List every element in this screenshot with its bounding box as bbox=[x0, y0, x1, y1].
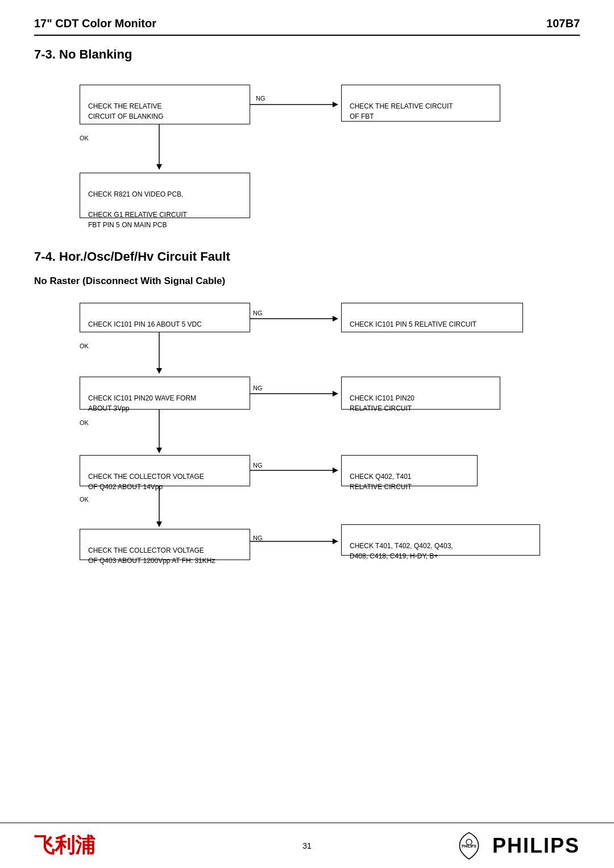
logo-philips: PHILIPS bbox=[492, 834, 580, 858]
ng-label-r1: NG bbox=[253, 310, 263, 316]
ok-label-r3: OK bbox=[80, 496, 89, 503]
raster-box2: CHECK IC101 PIN20 WAVE FORM ABOUT 3Vpp bbox=[80, 377, 250, 410]
section1-title: 7-3. No Blanking bbox=[34, 47, 580, 62]
flowchart-blanking: CHECK THE RELATIVE CIRCUIT OF BLANKING N… bbox=[34, 73, 580, 232]
flowchart-raster: CHECK IC101 PIN 16 ABOUT 5 VDC NG OK CHE… bbox=[34, 297, 580, 627]
ng-label-r2: NG bbox=[253, 385, 263, 391]
raster-rbox3: CHECK Q402, T401 RELATIVE CIRCUIT bbox=[341, 455, 478, 486]
page-number: 31 bbox=[302, 841, 312, 850]
svg-marker-5 bbox=[156, 368, 162, 374]
ok-label-r2: OK bbox=[80, 419, 89, 426]
raster-rbox1: CHECK IC101 PIN 5 RELATIVE CIRCUIT bbox=[341, 303, 523, 332]
raster-box4: CHECK THE COLLECTOR VOLTAGE OF Q403 ABOU… bbox=[80, 529, 250, 560]
ok-label-r1: OK bbox=[80, 343, 89, 349]
ng-label-r4: NG bbox=[253, 535, 263, 541]
ok-label-1: OK bbox=[80, 135, 89, 141]
svg-marker-17 bbox=[333, 539, 338, 544]
header-title: 17" CDT Color Monitor bbox=[34, 17, 156, 30]
logo-chinese: 飞利浦 bbox=[34, 832, 96, 859]
page-header: 17" CDT Color Monitor 107B7 bbox=[34, 17, 580, 36]
svg-marker-7 bbox=[156, 448, 162, 453]
page-footer: 飞利浦 31 PHILIPS PHILIPS bbox=[0, 823, 614, 868]
svg-marker-11 bbox=[333, 316, 338, 322]
raster-rbox2: CHECK IC101 PIN20 RELATIVE CIRCUIT bbox=[341, 377, 500, 410]
svg-marker-9 bbox=[156, 521, 162, 527]
ng-label-r3: NG bbox=[253, 462, 263, 469]
svg-marker-13 bbox=[333, 391, 338, 397]
header-model: 107B7 bbox=[546, 17, 580, 30]
ng-label-1: NG bbox=[256, 95, 265, 102]
svg-marker-3 bbox=[333, 102, 338, 107]
philips-shield-icon: PHILIPS bbox=[455, 832, 483, 860]
svg-marker-15 bbox=[333, 468, 338, 473]
blanking-box3: CHECK THE RELATIVE CIRCUIT OF FBT bbox=[341, 85, 500, 122]
svg-marker-1 bbox=[156, 164, 162, 170]
subsection-title: No Raster (Disconnect With Signal Cable) bbox=[34, 276, 580, 287]
blanking-box2: CHECK R821 ON VIDEO PCB, CHECK G1 RELATI… bbox=[80, 173, 250, 218]
section2-title: 7-4. Hor./Osc/Def/Hv Circuit Fault bbox=[34, 249, 580, 264]
blanking-box1: CHECK THE RELATIVE CIRCUIT OF BLANKING bbox=[80, 85, 250, 124]
raster-box3: CHECK THE COLLECTOR VOLTAGE OF Q402 ABOU… bbox=[80, 455, 250, 486]
raster-rbox4: CHECK T401, T402, Q402, Q403, D408, C418… bbox=[341, 524, 540, 556]
raster-box1: CHECK IC101 PIN 16 ABOUT 5 VDC bbox=[80, 303, 250, 332]
